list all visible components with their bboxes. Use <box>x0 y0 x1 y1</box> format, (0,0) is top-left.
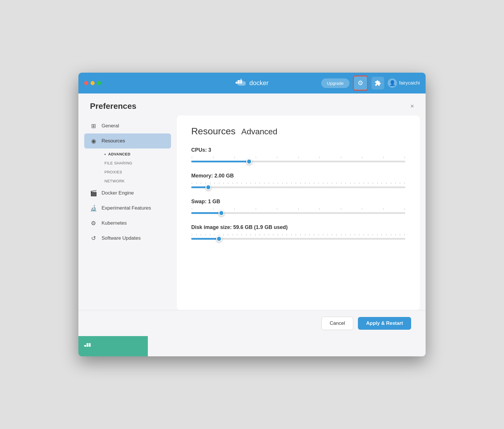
puzzle-icon <box>375 80 381 86</box>
svg-rect-8 <box>89 345 91 347</box>
cpus-slider-fill <box>191 161 249 162</box>
maximize-traffic-light[interactable] <box>97 81 101 85</box>
sidebar-softwareupdates-label: Software Updates <box>102 235 141 241</box>
footer: Cancel Apply & Restart <box>78 310 426 336</box>
disk-slider-track <box>191 238 405 240</box>
cancel-button[interactable]: Cancel <box>321 317 354 330</box>
bottom-docker-icon <box>84 342 96 351</box>
titlebar-right: Upgrade ⚙ 👤 fairycaichi <box>321 76 420 91</box>
cpus-slider-track <box>191 161 405 162</box>
disk-ticks <box>191 234 405 236</box>
sidebar-subitem-filesharing[interactable]: FILE SHARING <box>102 159 171 168</box>
docker-logo-icon <box>236 79 247 87</box>
panel-subtitle: Advanced <box>241 127 277 136</box>
page-title: Preferences <box>90 102 136 111</box>
kubernetes-icon: ⚙ <box>90 220 97 227</box>
experimental-icon: 🔬 <box>90 205 97 212</box>
proxies-label: PROXIES <box>104 170 122 174</box>
swap-slider-fill <box>191 212 221 214</box>
disk-slider-thumb[interactable] <box>216 236 222 242</box>
cpus-ticks <box>191 157 405 158</box>
sidebar-item-software-updates[interactable]: ↺ Software Updates <box>84 231 171 246</box>
resources-icon: ◉ <box>90 138 97 144</box>
upgrade-button[interactable]: Upgrade <box>321 78 350 88</box>
main-panel: Resources Advanced CPUs: 3 <box>177 116 420 310</box>
sidebar: ⊞ General ◉ Resources ADVANCED FILE SHAR… <box>84 116 171 310</box>
disk-slider-section: Disk image size: 59.6 GB (1.9 GB used) <box>191 224 405 240</box>
docker-logo-text: docker <box>249 79 268 87</box>
titlebar: docker Upgrade ⚙ 👤 fairycaichi <box>78 73 426 94</box>
panel-header: Resources Advanced <box>191 126 405 137</box>
user-avatar-icon: 👤 <box>388 78 397 88</box>
cpus-slider-section: CPUs: 3 <box>191 147 405 162</box>
swap-slider-thumb[interactable] <box>218 210 224 216</box>
svg-rect-9 <box>87 343 88 345</box>
sidebar-kubernetes-label: Kubernetes <box>102 220 127 226</box>
sidebar-subitem-network[interactable]: NETWORK <box>102 177 171 186</box>
sidebar-subitem-advanced[interactable]: ADVANCED <box>102 150 171 159</box>
sidebar-item-experimental[interactable]: 🔬 Experimental Features <box>84 201 171 216</box>
software-updates-icon: ↺ <box>90 235 97 242</box>
close-traffic-light[interactable] <box>84 81 88 85</box>
memory-slider-thumb[interactable] <box>205 184 211 190</box>
cpus-label: CPUs: 3 <box>191 147 405 153</box>
swap-slider-section: Swap: 1 GB <box>191 199 405 214</box>
docker-logo: docker <box>236 79 268 87</box>
filesharing-label: FILE SHARING <box>104 161 132 165</box>
sidebar-general-label: General <box>102 123 119 129</box>
minimize-traffic-light[interactable] <box>91 81 95 85</box>
bottom-bar-area <box>78 336 426 356</box>
panel-title: Resources <box>191 126 236 137</box>
memory-ticks <box>191 182 405 184</box>
docker-engine-icon: 🎬 <box>90 190 97 197</box>
memory-label: Memory: 2.00 GB <box>191 173 405 179</box>
sidebar-item-resources[interactable]: ◉ Resources <box>84 133 171 148</box>
preferences-header: Preferences × <box>78 94 426 116</box>
general-icon: ⊞ <box>90 122 97 129</box>
disk-slider-fill <box>191 238 219 240</box>
cpus-slider-thumb[interactable] <box>246 159 252 164</box>
user-menu[interactable]: 👤 fairycaichi <box>388 78 420 88</box>
memory-slider-track <box>191 186 405 188</box>
sidebar-experimental-label: Experimental Features <box>102 205 151 211</box>
resources-sub-items: ADVANCED FILE SHARING PROXIES NETWORK <box>102 150 171 186</box>
sidebar-subitem-proxies[interactable]: PROXIES <box>102 168 171 177</box>
titlebar-center: docker <box>236 79 268 87</box>
apply-restart-button[interactable]: Apply & Restart <box>358 317 411 330</box>
swap-label: Swap: 1 GB <box>191 199 405 205</box>
sidebar-item-general[interactable]: ⊞ General <box>84 118 171 133</box>
sidebar-dockerengine-label: Docker Engine <box>102 190 134 196</box>
swap-slider-track <box>191 212 405 214</box>
svg-rect-7 <box>87 345 88 347</box>
extensions-button[interactable] <box>371 77 384 89</box>
bottom-docker-bar <box>78 336 148 356</box>
svg-rect-6 <box>84 345 86 347</box>
sidebar-item-kubernetes[interactable]: ⚙ Kubernetes <box>84 216 171 231</box>
memory-slider-section: Memory: 2.00 GB <box>191 173 405 188</box>
traffic-lights <box>84 81 101 85</box>
body-layout: ⊞ General ◉ Resources ADVANCED FILE SHAR… <box>78 116 426 310</box>
swap-ticks <box>191 208 405 210</box>
network-label: NETWORK <box>104 179 125 183</box>
settings-gear-button[interactable]: ⚙ <box>353 76 368 91</box>
sidebar-resources-label: Resources <box>102 138 125 144</box>
svg-rect-10 <box>89 343 91 345</box>
close-button[interactable]: × <box>410 102 414 110</box>
advanced-label: ADVANCED <box>108 152 130 156</box>
svg-rect-5 <box>240 79 242 80</box>
username-label: fairycaichi <box>399 80 420 86</box>
disk-label: Disk image size: 59.6 GB (1.9 GB used) <box>191 224 405 230</box>
main-content: Preferences × ⊞ General ◉ Resources <box>78 94 426 336</box>
sidebar-item-docker-engine[interactable]: 🎬 Docker Engine <box>84 186 171 201</box>
